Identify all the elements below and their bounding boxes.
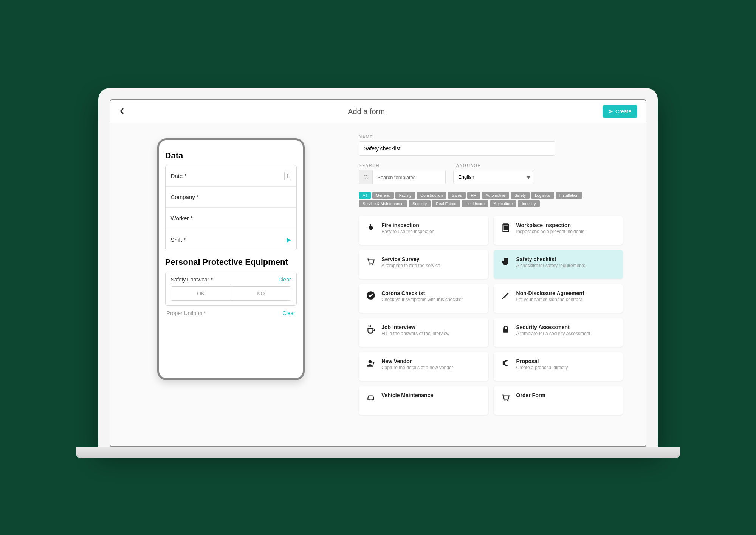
tag-sales[interactable]: Sales [448,192,465,199]
preview-pane: Data Date * 1 Company * Worker * Shift *… [110,123,351,446]
tag-security[interactable]: Security [409,200,431,207]
language-select[interactable] [453,170,534,184]
template-grid: Fire inspectionEasy to use fire inspecti… [359,216,623,415]
tag-service-maintenance[interactable]: Service & Maintenance [359,200,407,207]
euro-icon [500,358,511,369]
tag-industry[interactable]: Industry [518,200,539,207]
tag-installation[interactable]: Installation [556,192,582,199]
template-card-new-vendor[interactable]: New VendorCapture the details of a new v… [359,352,488,381]
tag-construction[interactable]: Construction [417,192,446,199]
tag-all[interactable]: All [359,192,371,199]
svg-point-9 [504,400,505,401]
cart2-icon [500,392,511,403]
create-button-label: Create [615,108,631,114]
field-date[interactable]: Date * 1 [166,165,296,187]
template-card-non-disclosure-agreement[interactable]: Non-Disclosure AgreementLet your parties… [494,284,623,313]
template-card-safety-checklist[interactable]: Safety checklistA checklist for safety r… [494,250,623,279]
tag-agriculture[interactable]: Agriculture [490,200,516,207]
svg-point-7 [369,399,370,400]
page-title: Add a form [130,107,603,116]
section-title-ppe: Personal Protective Equipment [165,257,297,267]
userplus-icon [366,358,376,369]
tag-automotive[interactable]: Automotive [482,192,510,199]
search-label: SEARCH [359,163,446,168]
field-shift[interactable]: Shift * ▶ [166,229,296,250]
clear-link[interactable]: Clear [278,277,291,283]
check-icon [366,290,376,301]
send-icon [609,109,613,114]
svg-point-6 [369,360,372,363]
phone-preview: Data Date * 1 Company * Worker * Shift *… [157,138,305,380]
pencil-icon [500,290,511,301]
segment-ok[interactable]: OK [171,287,231,300]
coffee-icon [366,324,376,335]
tag-healthcare[interactable]: Healthcare [462,200,488,207]
template-card-workplace-inspection[interactable]: Workplace inspectionInspections help pre… [494,216,623,245]
template-card-corona-checklist[interactable]: Corona ChecklistCheck your symptoms with… [359,284,488,313]
calendar-icon: 1 [284,172,291,180]
tag-facility[interactable]: Facility [395,192,415,199]
field-company[interactable]: Company * [166,187,296,208]
svg-rect-5 [503,329,508,333]
car-icon [366,392,376,403]
svg-line-1 [366,178,368,179]
template-card-job-interview[interactable]: Job InterviewFill in the answers of the … [359,318,488,347]
clipboard-icon [500,222,511,233]
section-title-data: Data [165,151,297,161]
name-input[interactable] [359,141,555,156]
template-card-security-assessment[interactable]: Security AssessmentA template for a secu… [494,318,623,347]
tag-generic[interactable]: Generic [372,192,394,199]
search-icon [359,170,372,184]
tag-logistics[interactable]: Logistics [531,192,554,199]
template-card-service-survey[interactable]: Service SurveyA template to rate the ser… [359,250,488,279]
hand-icon [500,256,511,267]
name-label: NAME [359,135,623,139]
ppe-footwear: Safety Footwear * Clear OK NO [165,272,297,306]
tag-real-estate[interactable]: Real Estate [432,200,460,207]
template-card-proposal[interactable]: ProposalCreate a proposal directly [494,352,623,381]
template-card-order-form[interactable]: Order Form [494,386,623,415]
create-button[interactable]: Create [603,105,637,118]
tag-hr[interactable]: HR [467,192,480,199]
search-input[interactable] [372,170,446,184]
back-button[interactable] [119,106,130,117]
svg-point-0 [364,175,367,178]
data-fields: Date * 1 Company * Worker * Shift * ▶ [165,165,297,250]
chevron-left-icon [119,108,125,114]
form-config: NAME SEARCH LANGUAGE AllGenericFacilityC… [351,123,646,446]
segment-no[interactable]: NO [231,287,291,300]
svg-point-3 [372,264,373,265]
template-card-vehicle-maintenance[interactable]: Vehicle Maintenance [359,386,488,415]
lock-icon [500,324,511,335]
svg-point-2 [369,264,370,265]
play-icon: ▶ [287,236,291,243]
cart-icon [366,256,376,267]
segmented-control: OK NO [171,286,291,301]
language-label: LANGUAGE [453,163,534,168]
svg-point-10 [507,400,508,401]
template-card-fire-inspection[interactable]: Fire inspectionEasy to use fire inspecti… [359,216,488,245]
topbar: Add a form Create [110,100,646,123]
tag-filter: AllGenericFacilityConstructionSalesHRAut… [359,192,623,207]
svg-point-8 [372,399,373,400]
tag-safety[interactable]: Safety [511,192,530,199]
fire-icon [366,222,376,233]
field-worker[interactable]: Worker * [166,208,296,229]
clear-link[interactable]: Clear [282,310,295,316]
